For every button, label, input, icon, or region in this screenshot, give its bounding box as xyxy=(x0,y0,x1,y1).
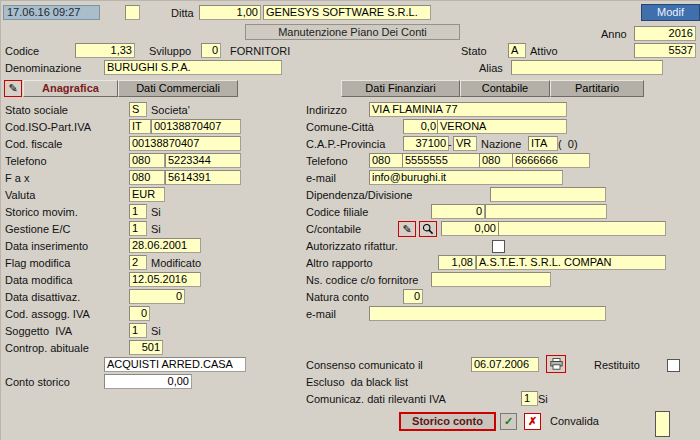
convalida-ok-button[interactable]: ✓ xyxy=(500,413,517,430)
storico-movim-text: Si xyxy=(151,206,161,219)
valuta-label: Valuta xyxy=(5,189,35,202)
black-list-label: Escluso da black list xyxy=(306,376,408,389)
page-title: Manutenzione Piano Dei Conti xyxy=(245,24,460,40)
anno-field[interactable]: 2016 xyxy=(634,26,696,41)
sviluppo-label: Sviluppo xyxy=(149,45,191,58)
tab-partitario[interactable]: Partitario xyxy=(550,80,644,97)
flag-modifica-label: Flag modifica xyxy=(5,257,70,270)
provincia-field[interactable]: VR xyxy=(453,136,477,151)
edit-pen-icon-button[interactable]: ✎ xyxy=(4,80,22,97)
gestione-ec-text: Si xyxy=(151,223,161,236)
cod-assogg-iva-field[interactable]: 0 xyxy=(129,306,150,321)
fax-number-field[interactable]: 5614391 xyxy=(165,170,241,185)
cod-iso-field[interactable]: IT xyxy=(129,119,151,134)
comune-name-field[interactable]: VERONA xyxy=(437,119,567,134)
autorizzato-rifattur-checkbox[interactable] xyxy=(492,240,505,253)
anno-label: Anno xyxy=(601,28,627,41)
tab-contabile[interactable]: Contabile xyxy=(460,80,550,97)
data-disattivaz-field[interactable]: 0 xyxy=(129,289,185,304)
natura-conto-label: Natura conto xyxy=(306,291,369,304)
fax-prefix-field[interactable]: 080 xyxy=(129,170,165,185)
denominazione-field[interactable]: BURUGHI S.P.A. xyxy=(104,60,282,75)
tab-dati-finanziari[interactable]: Dati Finanziari xyxy=(341,80,460,97)
partita-iva-field[interactable]: 00138870407 xyxy=(151,119,241,134)
c-contabile-field[interactable]: 0,00 xyxy=(441,221,499,236)
edit-pen-icon: ✎ xyxy=(8,82,17,95)
flag-modifica-field[interactable]: 2 xyxy=(129,255,147,270)
telefono-number-field[interactable]: 5223344 xyxy=(165,153,241,168)
soggetto-iva-text: Si xyxy=(151,325,161,338)
cod-iso-label: Cod.ISO-Part.IVA xyxy=(5,121,91,134)
storico-movim-field[interactable]: 1 xyxy=(129,204,147,219)
conto-storico-field[interactable]: 0,00 xyxy=(104,374,192,389)
c-contabile-edit-button[interactable]: ✎ xyxy=(398,221,416,237)
convalida-cancel-button[interactable]: ✗ xyxy=(524,413,541,430)
nazione-extra-text: ( 0) xyxy=(558,138,578,151)
convalida-status-field[interactable] xyxy=(655,411,670,437)
altro-rapporto-name-field[interactable]: A.S.T.E.T. S.R.L. COMPAN xyxy=(476,255,666,270)
telefono2-number1-field[interactable]: 5555555 xyxy=(402,153,480,168)
datetime-display: 17.06.16 09:27 xyxy=(3,5,100,20)
stato-text: Attivo xyxy=(530,45,558,58)
categoria-text: FORNITORI xyxy=(230,45,290,58)
ditta-name-field[interactable]: GENESYS SOFTWARE S.R.L. xyxy=(263,5,431,20)
telefono2-label: Telefono xyxy=(306,155,348,168)
stato-field[interactable]: A xyxy=(508,43,526,58)
codice-filiale-field[interactable]: 0 xyxy=(431,204,485,219)
dipendenza-label: Dipendenza/Divisione xyxy=(306,189,412,202)
codice-field[interactable]: 1,33 xyxy=(75,43,135,58)
cap-field[interactable]: 37100 xyxy=(403,136,449,151)
telefono-prefix-field[interactable]: 080 xyxy=(129,153,165,168)
cap-provincia-label: C.A.P.-Provincia xyxy=(306,138,385,151)
sviluppo-field[interactable]: 0 xyxy=(201,43,221,58)
data-modifica-field[interactable]: 12.05.2016 xyxy=(129,272,201,287)
print-button[interactable] xyxy=(546,355,566,373)
modif-button[interactable]: Modif xyxy=(641,4,700,21)
alias-field[interactable] xyxy=(511,60,663,75)
c-contabile-search-button[interactable] xyxy=(419,221,437,237)
indirizzo-field[interactable]: VIA FLAMINIA 77 xyxy=(369,102,567,117)
consenso-label: Consenso comunicato il xyxy=(306,359,423,372)
telefono2-prefix2-field[interactable]: 080 xyxy=(479,153,513,168)
email-field[interactable]: info@burughi.it xyxy=(369,170,563,185)
stato-sociale-field[interactable]: S xyxy=(129,102,147,117)
flag-modifica-text: Modificato xyxy=(151,257,201,270)
telefono2-number2-field[interactable]: 6666666 xyxy=(512,153,590,168)
comune-label: Comune-Città xyxy=(306,121,374,134)
header-flag-field[interactable] xyxy=(125,5,140,20)
email2-field[interactable] xyxy=(369,306,606,321)
ns-codice-fornitore-field[interactable] xyxy=(431,272,551,287)
email-label: e-mail xyxy=(306,172,336,185)
c-contabile-label: C/contabile xyxy=(306,223,361,236)
altro-rapporto-label: Altro rapporto xyxy=(306,257,373,270)
comune-code-field[interactable]: 0,0 xyxy=(403,119,439,134)
telefono2-prefix1-field[interactable]: 080 xyxy=(369,153,403,168)
altro-rapporto-code-field[interactable]: 1,08 xyxy=(438,255,476,270)
soggetto-iva-field[interactable]: 1 xyxy=(129,323,147,338)
natura-conto-field[interactable]: 0 xyxy=(403,289,423,304)
data-inserimento-field[interactable]: 28.06.2001 xyxy=(129,238,201,253)
c-contabile-extra-field[interactable] xyxy=(498,221,666,236)
tab-anagrafica[interactable]: Anagrafica xyxy=(23,80,118,97)
nazione-label: Nazione xyxy=(481,138,521,151)
conto-numero-field[interactable]: 5537 xyxy=(634,43,696,58)
consenso-data-field[interactable]: 06.07.2006 xyxy=(471,357,539,372)
gestione-ec-field[interactable]: 1 xyxy=(129,221,147,236)
cod-fiscale-field[interactable]: 00138870407 xyxy=(129,136,241,151)
comunicaz-iva-field[interactable]: 1 xyxy=(521,391,538,406)
restituito-checkbox[interactable] xyxy=(667,359,680,372)
stato-sociale-label: Stato sociale xyxy=(5,104,68,117)
codice-filiale-extra-field[interactable] xyxy=(485,204,607,219)
data-disattivaz-label: Data disattivaz. xyxy=(5,291,80,304)
dipendenza-field[interactable] xyxy=(490,187,606,202)
tab-dati-commerciali[interactable]: Dati Commerciali xyxy=(118,80,238,97)
valuta-field[interactable]: EUR xyxy=(129,187,165,202)
nazione-field[interactable]: ITA xyxy=(528,136,558,151)
edit-pen-icon: ✎ xyxy=(402,223,411,236)
ditta-code-field[interactable]: 1,00 xyxy=(199,5,261,20)
controp-abituale-field[interactable]: 501 xyxy=(129,340,163,355)
cod-assogg-iva-label: Cod. assogg. IVA xyxy=(5,308,90,321)
controp-descrizione-field[interactable]: ACQUISTI ARRED.CASA xyxy=(104,357,246,372)
storico-conto-button[interactable]: Storico conto xyxy=(399,412,496,431)
search-icon xyxy=(422,223,434,235)
